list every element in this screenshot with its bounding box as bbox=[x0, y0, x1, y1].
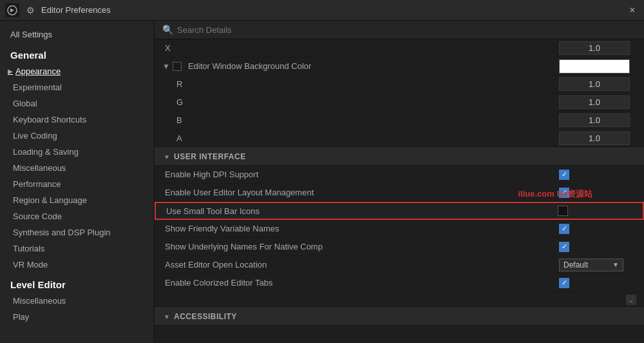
user-interface-section-label: USER INTERFACE bbox=[174, 152, 246, 161]
close-button[interactable]: × bbox=[626, 4, 639, 17]
scroll-content: X 1.0 ▼ Editor Window Background Color R… bbox=[155, 39, 644, 343]
user-editor-layout-row: Enable User Editor Layout Management bbox=[155, 184, 644, 202]
search-bar: 🔍 bbox=[155, 21, 644, 39]
sidebar-item-region-language[interactable]: Region & Language bbox=[0, 192, 154, 208]
x-row: X 1.0 bbox=[155, 39, 644, 57]
colorized-tabs-value bbox=[559, 278, 636, 288]
sidebar-item-appearance[interactable]: ▶ Appearance bbox=[0, 63, 154, 79]
sidebar-item-experimental[interactable]: Experimental bbox=[0, 79, 154, 95]
a-label: A bbox=[174, 133, 559, 143]
b-row: B 1.0 bbox=[155, 112, 644, 130]
user-editor-layout-checkbox[interactable] bbox=[559, 188, 569, 198]
high-dpi-checkbox[interactable] bbox=[559, 170, 569, 180]
underlying-names-row: Show Underlying Names For Native Comp bbox=[155, 238, 644, 256]
level-editor-header: Level Editor bbox=[0, 273, 154, 293]
color-checkbox[interactable] bbox=[173, 62, 182, 71]
sidebar-item-live-coding[interactable]: Live Coding bbox=[0, 128, 154, 144]
friendly-names-value bbox=[559, 224, 636, 234]
editor-bg-color-row: ▼ Editor Window Background Color bbox=[155, 57, 644, 75]
x-value-container: 1.0 bbox=[559, 41, 636, 55]
g-value[interactable]: 1.0 bbox=[559, 95, 630, 109]
underlying-names-checkbox[interactable] bbox=[559, 242, 569, 252]
underlying-names-label: Show Underlying Names For Native Comp bbox=[162, 242, 559, 251]
sidebar-item-performance[interactable]: Performance bbox=[0, 176, 154, 192]
sidebar-item-global[interactable]: Global bbox=[0, 95, 154, 112]
a-value-container: 1.0 bbox=[559, 132, 636, 145]
colorized-tabs-row: Enable Colorized Editor Tabs bbox=[155, 274, 644, 292]
sidebar-item-le-miscellaneous[interactable]: Miscellaneous bbox=[0, 293, 154, 309]
search-input[interactable] bbox=[177, 25, 636, 35]
small-toolbar-value bbox=[558, 206, 635, 216]
friendly-names-label: Show Friendly Variable Names bbox=[162, 224, 559, 233]
g-value-container: 1.0 bbox=[559, 95, 636, 109]
sidebar-item-source-code[interactable]: Source Code bbox=[0, 208, 154, 224]
sidebar-item-loading-saving[interactable]: Loading & Saving bbox=[0, 144, 154, 160]
preferences-icon: ⚙ bbox=[24, 5, 36, 16]
r-value-container: 1.0 bbox=[559, 77, 636, 91]
x-label: X bbox=[162, 43, 559, 53]
main-layout: All Settings General ▶ Appearance Experi… bbox=[0, 21, 644, 343]
accessibility-section-label: ACCESSIBILITY bbox=[174, 312, 237, 321]
b-value-container: 1.0 bbox=[559, 113, 636, 127]
sidebar-item-miscellaneous[interactable]: Miscellaneous bbox=[0, 160, 154, 176]
colorized-tabs-label: Enable Colorized Editor Tabs bbox=[162, 278, 559, 288]
g-label: G bbox=[174, 97, 559, 107]
r-label: R bbox=[174, 79, 559, 89]
color-preview[interactable] bbox=[559, 59, 630, 74]
r-value[interactable]: 1.0 bbox=[559, 77, 630, 91]
title-bar: ⚙ Editor Preferences × bbox=[0, 0, 644, 21]
g-row: G 1.0 bbox=[155, 93, 644, 112]
sidebar-item-tutorials[interactable]: Tutorials bbox=[0, 240, 154, 257]
a-value[interactable]: 1.0 bbox=[559, 132, 630, 145]
scroll-down-button[interactable]: ⌄ bbox=[626, 295, 636, 305]
sidebar-item-keyboard-shortcuts[interactable]: Keyboard Shortcuts bbox=[0, 112, 154, 128]
all-settings-link[interactable]: All Settings bbox=[0, 26, 154, 43]
editor-bg-color-label: Editor Window Background Color bbox=[185, 61, 559, 71]
dropdown-arrow-icon: ▼ bbox=[612, 261, 619, 268]
accessibility-collapse-icon[interactable]: ▼ bbox=[162, 312, 171, 321]
friendly-names-checkbox[interactable] bbox=[559, 224, 569, 234]
sidebar-item-vr-mode[interactable]: VR Mode bbox=[0, 257, 154, 273]
high-dpi-label: Enable High DPI Support bbox=[162, 170, 559, 179]
x-value[interactable]: 1.0 bbox=[559, 41, 630, 55]
small-toolbar-checkbox[interactable] bbox=[558, 206, 568, 216]
collapse-icon[interactable]: ▼ bbox=[162, 62, 170, 71]
asset-editor-location-value: Default ▼ bbox=[559, 259, 636, 271]
user-editor-layout-label: Enable User Editor Layout Management bbox=[162, 188, 559, 197]
ui-collapse-icon[interactable]: ▼ bbox=[162, 152, 171, 161]
color-value-container bbox=[559, 59, 636, 74]
sidebar-item-synthesis-dsp[interactable]: Synthesis and DSP Plugin bbox=[0, 224, 154, 240]
b-value[interactable]: 1.0 bbox=[559, 113, 630, 127]
high-dpi-row: Enable High DPI Support bbox=[155, 166, 644, 184]
arrow-icon: ▶ bbox=[8, 68, 13, 75]
accessibility-section-row: ▼ ACCESSIBILITY bbox=[155, 308, 644, 326]
asset-editor-location-row: Asset Editor Open Location Default ▼ bbox=[155, 256, 644, 274]
a-row: A 1.0 bbox=[155, 130, 644, 148]
general-header: General bbox=[0, 43, 154, 63]
user-editor-layout-value bbox=[559, 188, 636, 198]
dropdown-value: Default bbox=[564, 260, 588, 270]
colorized-tabs-checkbox[interactable] bbox=[559, 278, 569, 288]
content-area: 🔍 X 1.0 ▼ Editor Window Background Color bbox=[155, 21, 644, 343]
search-icon: 🔍 bbox=[162, 24, 173, 35]
asset-editor-location-dropdown[interactable]: Default ▼ bbox=[559, 259, 623, 271]
sidebar: All Settings General ▶ Appearance Experi… bbox=[0, 21, 155, 343]
b-label: B bbox=[174, 115, 559, 125]
high-dpi-value bbox=[559, 170, 636, 180]
small-toolbar-row: Use Small Tool Bar Icons bbox=[155, 202, 644, 220]
asset-editor-location-label: Asset Editor Open Location bbox=[162, 260, 559, 270]
friendly-names-row: Show Friendly Variable Names bbox=[155, 220, 644, 238]
title-bar-text: Editor Preferences bbox=[41, 5, 621, 15]
sidebar-item-le-play[interactable]: Play bbox=[0, 309, 154, 325]
underlying-names-value bbox=[559, 242, 636, 252]
app-logo bbox=[5, 3, 19, 17]
small-toolbar-label: Use Small Tool Bar Icons bbox=[164, 206, 558, 216]
user-interface-section-row: ▼ USER INTERFACE bbox=[155, 148, 644, 166]
r-row: R 1.0 bbox=[155, 75, 644, 93]
